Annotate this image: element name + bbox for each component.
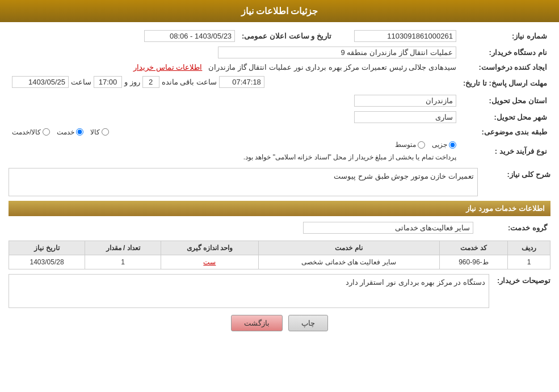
category-label: طبقه بندی موضوعی: xyxy=(460,125,550,138)
cell-qty: 1 xyxy=(85,255,161,269)
category-option-1[interactable]: کالا xyxy=(90,128,109,136)
services-section-header: اطلاعات خدمات مورد نیاز xyxy=(9,201,550,216)
need-description-label: شرح کلی نیاز: xyxy=(482,168,550,179)
button-bar: چاپ بازگشت xyxy=(9,315,550,331)
col-header-name: نام خدمت xyxy=(258,241,439,255)
purchase-option-2[interactable]: متوسط xyxy=(395,141,425,149)
cell-unit[interactable]: ست xyxy=(161,255,259,269)
back-button[interactable]: بازگشت xyxy=(231,315,283,331)
date-label: تاریخ و ساعت اعلان عمومی: xyxy=(238,28,335,44)
cell-date: 1403/05/28 xyxy=(9,255,85,269)
buyer-description-text: دستگاه در مرکز بهره برداری نور استقرار د… xyxy=(346,278,485,286)
cell-code: ط-96-960 xyxy=(439,255,508,269)
response-date-value: 1403/05/25 xyxy=(12,76,69,88)
page-title: جزئیات اطلاعات نیاز xyxy=(241,6,318,16)
creator-value: سیدهادی جلالی رئیس تعمیرات مرکز بهره برد… xyxy=(208,63,456,71)
purchase-option-1[interactable]: جزیی xyxy=(432,141,456,149)
category-option-2[interactable]: خدمت xyxy=(57,128,83,136)
print-button[interactable]: چاپ xyxy=(288,315,328,331)
response-deadline-label: مهلت ارسال پاسخ: تا تاریخ: xyxy=(460,74,550,92)
province-value: مازندران xyxy=(354,95,456,107)
city-value: ساری xyxy=(354,111,456,123)
response-time-label: ساعت xyxy=(71,78,91,86)
cell-row: 1 xyxy=(508,255,550,269)
need-number-label: شماره نیاز: xyxy=(460,28,550,44)
need-description-text: تعمیرات خازن موتور جوش طبق شرح پیوست xyxy=(334,172,474,180)
col-header-date: تاریخ نیاز xyxy=(9,241,85,255)
service-group-label: گروه خدمت: xyxy=(477,220,550,236)
need-number-value: 1103091861000261 xyxy=(354,30,456,42)
col-header-row: ردیف xyxy=(508,241,550,255)
buyer-description-label: توصیحات خریدار: xyxy=(494,274,550,285)
purchase-note: پرداخت تمام یا بخشی از مبلغ خریدار از مح… xyxy=(243,153,456,161)
contact-link[interactable]: اطلاعات تماس خریدار xyxy=(133,63,202,71)
col-header-code: کد خدمت xyxy=(439,241,508,255)
table-row: 1 ط-96-960 سایر فعالیت های خدماتی شخصی س… xyxy=(9,255,550,269)
need-description-box: تعمیرات خازن موتور جوش طبق شرح پیوست xyxy=(9,168,478,196)
services-table: ردیف کد خدمت نام خدمت واحد اندازه گیری ت… xyxy=(9,241,550,269)
city-label: شهر محل تحویل: xyxy=(460,109,550,125)
cell-name: سایر فعالیت های خدماتی شخصی xyxy=(258,255,439,269)
response-remaining-label: ساعت باقی مانده xyxy=(162,78,217,86)
buyer-description-box: دستگاه در مرکز بهره برداری نور استقرار د… xyxy=(9,274,489,308)
response-time-value: 17:00 xyxy=(94,76,122,88)
date-value: 1403/05/23 - 08:06 xyxy=(144,30,235,42)
creator-label: ایجاد کننده درخواست: xyxy=(460,61,550,74)
buyer-org-label: نام دستگاه خریدار: xyxy=(460,44,550,61)
buyer-org-value: عملیات انتقال گاز مازندران منطقه 9 xyxy=(218,47,456,58)
province-label: استان محل تحویل: xyxy=(460,92,550,109)
page-header: جزئیات اطلاعات نیاز xyxy=(0,0,559,22)
response-remaining-value: 07:47:18 xyxy=(219,76,264,88)
purchase-type-label: نوع فرآیند خرید : xyxy=(460,138,550,163)
service-group-value: سایر فعالیت‌های خدماتی xyxy=(303,222,473,234)
response-days-value: 2 xyxy=(142,76,159,88)
col-header-unit: واحد اندازه گیری xyxy=(161,241,259,255)
col-header-qty: تعداد / مقدار xyxy=(85,241,161,255)
response-days-label: روز و xyxy=(124,78,140,86)
category-option-3[interactable]: کالا/خدمت xyxy=(12,128,50,136)
